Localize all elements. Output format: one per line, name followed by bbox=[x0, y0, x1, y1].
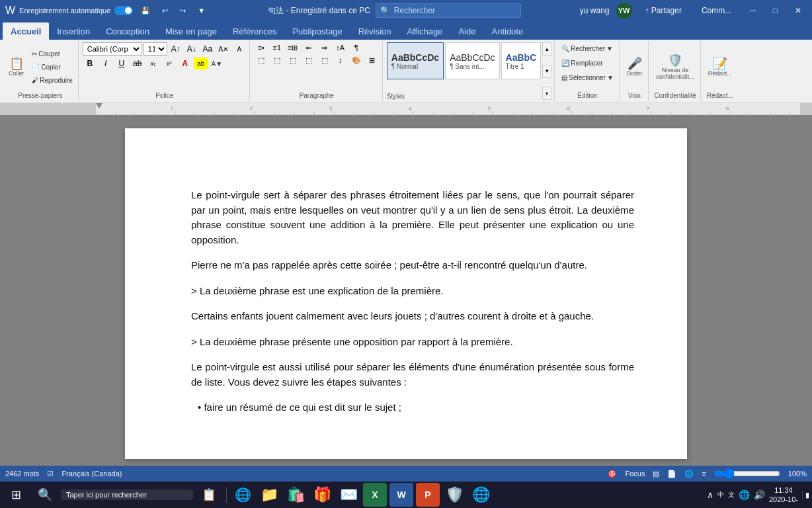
rechercher-button[interactable]: 🔍 Rechercher ▼ bbox=[559, 42, 616, 54]
copy-button[interactable]: 📄 Copier bbox=[29, 61, 75, 73]
redaction-button[interactable]: 📝 Rédact... bbox=[705, 56, 735, 79]
paragraph-1[interactable]: Le point-virgule sert à séparer des phra… bbox=[191, 188, 634, 247]
redo-button[interactable]: ↪ bbox=[176, 5, 190, 17]
task-view-button[interactable]: 📋 bbox=[196, 483, 222, 507]
search-bar[interactable]: 🔍 Rechercher bbox=[376, 3, 521, 18]
paragraph-6[interactable]: Le point-virgule est aussi utilisé pour … bbox=[191, 360, 634, 390]
paragraph-5[interactable]: > La deuxième phrase présente une opposi… bbox=[191, 335, 634, 350]
user-avatar[interactable]: YW bbox=[616, 3, 632, 19]
taskbar-powerpoint[interactable]: P bbox=[416, 483, 440, 507]
superscript-button[interactable]: x² bbox=[162, 58, 177, 69]
tab-insertion[interactable]: Insertion bbox=[49, 22, 98, 40]
style-normal[interactable]: AaBbCcDc ¶ Normal bbox=[387, 42, 444, 79]
align-right-button[interactable]: ⬚ bbox=[286, 55, 300, 65]
highlight-button[interactable]: ab bbox=[194, 58, 208, 69]
text-color-button[interactable]: A bbox=[178, 58, 192, 69]
style-sans-int[interactable]: AaBbCcDc ¶ Sans int... bbox=[445, 42, 499, 79]
tab-accueil[interactable]: Accueil bbox=[3, 22, 49, 40]
taskbar-search-box[interactable]: Taper ici pour rechercher bbox=[61, 489, 193, 500]
taskbar-explorer[interactable]: 📁 bbox=[257, 483, 281, 507]
subscript-button[interactable]: x₂ bbox=[146, 58, 161, 69]
align-left-button[interactable]: ⬚ bbox=[254, 55, 268, 65]
gallery-expand[interactable]: ▾ bbox=[542, 87, 551, 100]
taskbar-word[interactable]: W bbox=[389, 483, 413, 507]
paragraph-4[interactable]: Certains enfants jouent calmement avec l… bbox=[191, 309, 634, 324]
view-outline-icon[interactable]: ≡ bbox=[702, 470, 706, 478]
font-dialog-button[interactable]: A bbox=[232, 43, 247, 55]
taskbar-gift[interactable]: 🎁 bbox=[310, 483, 334, 507]
autosave-toggle[interactable] bbox=[114, 6, 133, 15]
cut-button[interactable]: ✂ Couper bbox=[29, 48, 75, 60]
paragraph-3[interactable]: > La deuxième phrase est une explication… bbox=[191, 284, 634, 299]
zoom-slider[interactable] bbox=[714, 468, 780, 479]
underline-button[interactable]: U bbox=[114, 58, 129, 69]
style-titre1[interactable]: AaBbC Titre 1 bbox=[501, 42, 542, 79]
font-shrink-button[interactable]: A↓ bbox=[184, 43, 199, 55]
doc-area[interactable]: Le point-virgule sert à séparer des phra… bbox=[0, 115, 812, 466]
tab-publipostage[interactable]: Publipostage bbox=[284, 22, 350, 40]
taskbar-excel[interactable]: X bbox=[363, 483, 387, 507]
numbered-list-button[interactable]: ≡1 bbox=[270, 42, 284, 53]
show-formatting-button[interactable]: ¶ bbox=[349, 42, 364, 53]
dicter-button[interactable]: 🎤 Dicter bbox=[624, 56, 646, 79]
undo-button[interactable]: ↩ bbox=[158, 5, 172, 17]
justify-low-button[interactable]: ⬚ bbox=[317, 55, 332, 65]
taskbar-antivirus[interactable]: 🛡️ bbox=[442, 483, 466, 507]
close-button[interactable]: ✕ bbox=[790, 6, 807, 15]
font-grow-button[interactable]: A↑ bbox=[169, 43, 183, 55]
taskbar-edge[interactable]: 🌐 bbox=[231, 483, 255, 507]
paste-button[interactable]: 📋 Coller bbox=[5, 56, 28, 79]
format-painter-button[interactable]: 🖌 Reproduire bbox=[29, 74, 75, 86]
line-spacing-button[interactable]: ↕ bbox=[333, 55, 348, 65]
font-name-select[interactable]: Calibri (Corp bbox=[83, 42, 142, 56]
font-size-select[interactable]: 11 bbox=[143, 42, 167, 56]
italic-button[interactable]: I bbox=[99, 58, 113, 69]
font-color-btn[interactable]: A▼ bbox=[210, 58, 224, 69]
minimize-button[interactable]: ─ bbox=[745, 6, 761, 15]
clear-format-button[interactable]: A✕ bbox=[216, 43, 231, 55]
tab-conception[interactable]: Conception bbox=[98, 22, 157, 40]
lang-icon[interactable]: 中 bbox=[717, 490, 724, 499]
customize-button[interactable]: ▼ bbox=[194, 5, 209, 16]
multilevel-list-button[interactable]: ≡⊞ bbox=[286, 42, 300, 53]
tab-revision[interactable]: Révision bbox=[350, 22, 399, 40]
show-desktop-button[interactable]: ▮ bbox=[802, 491, 809, 499]
decrease-indent-button[interactable]: ⇐ bbox=[302, 42, 316, 53]
volume-icon[interactable]: 🔊 bbox=[754, 489, 765, 500]
justify-button[interactable]: ⬚ bbox=[302, 55, 316, 65]
share-button[interactable]: ↑ Partager bbox=[639, 3, 688, 18]
paragraph-2[interactable]: Pierre ne m'a pas rappelée après cette s… bbox=[191, 258, 634, 273]
confidentialite-button[interactable]: 🛡️ Niveau deconfidentialit... bbox=[653, 52, 698, 82]
taskbar-search[interactable]: 🔍 bbox=[32, 483, 58, 507]
tab-mise-en-page[interactable]: Mise en page bbox=[157, 22, 225, 40]
shading-button[interactable]: 🎨 bbox=[349, 55, 364, 65]
taskbar-store[interactable]: 🛍️ bbox=[284, 483, 307, 507]
strikethrough-button[interactable]: ab bbox=[130, 58, 145, 69]
selectionner-button[interactable]: ▤ Sélectionner ▼ bbox=[559, 71, 616, 83]
save-button[interactable]: 💾 bbox=[137, 5, 154, 17]
view-print-icon[interactable]: ▤ bbox=[653, 470, 659, 478]
clock[interactable]: 11:34 2020-10- bbox=[769, 486, 798, 505]
gallery-scroll-down[interactable]: ▼ bbox=[542, 65, 551, 78]
bullet-list-button[interactable]: ≡• bbox=[254, 42, 268, 53]
view-read-icon[interactable]: 📄 bbox=[667, 470, 676, 478]
tab-aide[interactable]: Aide bbox=[450, 22, 483, 40]
network-icon[interactable]: 🌐 bbox=[739, 489, 750, 500]
tab-affichage[interactable]: Affichage bbox=[399, 22, 450, 40]
view-web-icon[interactable]: 🌐 bbox=[684, 470, 694, 478]
gallery-scroll-up[interactable]: ▲ bbox=[542, 42, 551, 56]
comment-button[interactable]: Comm... bbox=[695, 3, 738, 18]
start-button[interactable]: ⊞ bbox=[3, 483, 29, 507]
tab-references[interactable]: Références bbox=[225, 22, 284, 40]
sort-button[interactable]: ↕A bbox=[333, 42, 348, 53]
remplacer-button[interactable]: 🔄 Remplacer bbox=[559, 57, 605, 69]
change-case-button[interactable]: Aa bbox=[200, 43, 215, 55]
align-center-button[interactable]: ⬚ bbox=[270, 55, 284, 65]
ime-icon[interactable]: 文 bbox=[728, 490, 735, 499]
chevron-up-icon[interactable]: ∧ bbox=[707, 489, 713, 500]
bold-button[interactable]: B bbox=[83, 58, 97, 69]
increase-indent-button[interactable]: ⇒ bbox=[317, 42, 332, 53]
taskbar-mail[interactable]: ✉️ bbox=[337, 483, 360, 507]
taskbar-browser[interactable]: 🌐 bbox=[469, 483, 493, 507]
tab-antidote[interactable]: Antidote bbox=[483, 22, 531, 40]
